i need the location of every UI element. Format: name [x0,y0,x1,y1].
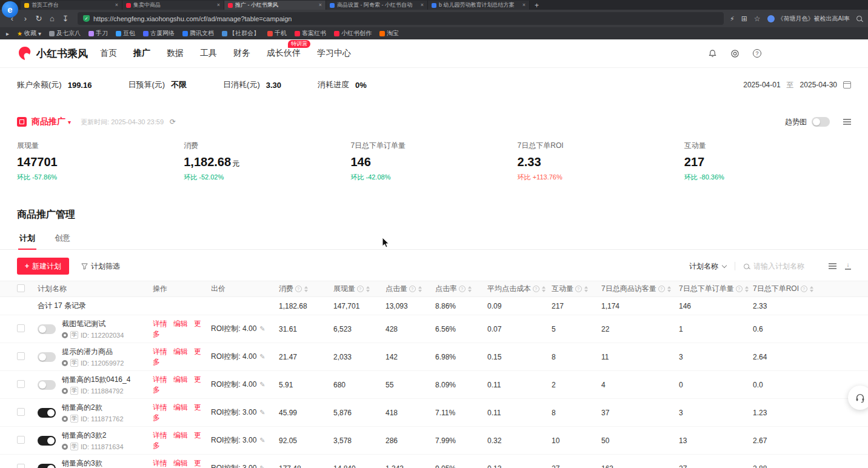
name-filter-select[interactable]: 计划名称 [689,261,726,272]
campaign-toggle[interactable] [38,436,56,446]
column-header-clicks[interactable]: 点击量 [386,284,435,294]
plan-search-input[interactable] [753,262,820,270]
nav-item-tools[interactable]: 工具 [200,48,217,59]
bookmark-item[interactable]: 千机 [267,29,287,38]
nav-item-promotion[interactable]: 推广 [133,48,150,59]
sort-icon[interactable] [542,286,546,292]
tab-close-icon[interactable] [319,2,322,8]
column-header-roi-7d[interactable]: 7日总下单ROI [753,284,851,294]
browser-search-icon[interactable] [856,16,862,21]
download-icon[interactable] [845,262,851,270]
sort-icon[interactable] [366,286,370,292]
detail-link[interactable]: 详情 [153,403,167,412]
row-checkbox[interactable] [17,464,25,468]
refresh-icon[interactable] [170,118,176,126]
bookmark-item[interactable]: 手刀 [88,29,108,38]
url-box[interactable]: https://chengfeng.xiaohongshu.com/cf/ad/… [78,12,724,25]
browser-tab[interactable]: b 幼儿园劳动教育计划总结方案 [428,1,530,10]
nav-item-partner[interactable]: 成长伙伴特训营 [267,48,301,59]
edit-bid-icon[interactable] [259,381,265,389]
browser-logo[interactable]: e [2,1,18,18]
downloads-icon[interactable] [59,13,72,25]
column-header-engagement[interactable]: 互动量 [552,284,601,294]
search-icon[interactable] [744,264,749,269]
caret-down-icon[interactable] [68,119,71,125]
column-header-visitors-7d[interactable]: 7日总商品访客量 [601,284,679,294]
customer-service-button[interactable] [848,386,868,410]
bookmark-folder[interactable]: 收藏 [17,29,41,38]
forward-icon[interactable] [19,13,32,25]
bell-icon[interactable] [708,49,717,58]
campaign-name[interactable]: 销量高的15款0416_4 [62,375,130,385]
edit-link[interactable]: 编辑 [173,431,188,440]
rewards-icon[interactable] [730,49,739,58]
edit-bid-icon[interactable] [259,409,265,416]
bookmark-item[interactable]: 古厦网络 [143,29,175,38]
row-checkbox[interactable] [17,352,25,360]
plan-filter-button[interactable]: 计划筛选 [81,261,120,272]
home-icon[interactable] [46,13,58,25]
tab-plan[interactable]: 计划 [18,229,36,249]
url-text[interactable]: https://chengfeng.xiaohongshu.com/cf/ad/… [93,15,292,22]
bookmark-item[interactable]: 豆包 [116,29,135,38]
sort-icon[interactable] [468,286,472,292]
browser-tab[interactable]: 商品设置 - 阿奇索 - 小红书自动 [326,1,428,10]
column-header-ctr[interactable]: 点击率 [435,284,487,294]
edit-bid-icon[interactable] [259,464,265,468]
sort-icon[interactable] [667,286,671,292]
browser-tab[interactable]: 推广 - 小红书乘风 [224,1,326,10]
date-start[interactable]: 2025-04-01 [743,81,780,89]
extension-bolt-icon[interactable] [730,15,735,23]
bookmark-item[interactable]: 【社群会】 [222,29,259,38]
select-all-checkbox[interactable] [17,284,25,292]
campaign-name[interactable]: 截图笔记测试 [62,319,124,329]
edit-bid-icon[interactable] [259,436,265,444]
new-tab-button[interactable]: + [535,1,539,10]
bookmark-star-icon[interactable] [754,15,761,23]
campaign-name[interactable]: 销量高的3款2 [62,430,124,441]
new-plan-button[interactable]: 新建计划 [17,258,69,275]
browser-tab[interactable]: 集卖中商品 [122,1,224,10]
ai-detect-note[interactable]: 《荷塘月色》被检出高AI率 [767,15,850,23]
tab-close-icon[interactable] [522,2,526,8]
reload-icon[interactable] [33,13,45,25]
tab-close-icon[interactable] [217,2,220,8]
row-checkbox[interactable] [17,324,25,332]
edit-link[interactable]: 编辑 [173,375,188,384]
nav-item-data[interactable]: 数据 [167,48,184,59]
row-checkbox[interactable] [17,408,25,416]
campaign-name[interactable]: 销量高的2款 [62,403,124,413]
detail-link[interactable]: 详情 [153,347,167,356]
column-header-cpc[interactable]: 平均点击成本 [487,284,552,294]
nav-item-home[interactable]: 首页 [100,48,117,59]
sort-icon[interactable] [810,286,813,292]
row-checkbox[interactable] [17,380,25,388]
campaign-toggle[interactable] [38,324,56,334]
campaign-toggle[interactable] [38,408,56,418]
tab-creative[interactable]: 创意 [53,229,72,249]
sort-icon[interactable] [418,286,422,292]
campaign-toggle[interactable] [38,380,56,390]
bookmark-item[interactable]: 客案红书 [295,29,326,38]
bookmarks-overflow-icon[interactable] [6,30,9,37]
bookmark-item[interactable]: 及七京八 [49,29,81,38]
nav-item-finance[interactable]: 财务 [233,48,250,59]
detail-link[interactable]: 详情 [153,375,167,384]
campaign-name[interactable]: 销量高的3款 [62,458,124,468]
trend-toggle[interactable] [812,117,830,127]
bookmark-item[interactable]: 淘宝 [379,29,399,38]
date-range-picker[interactable]: 2025-04-01 至 2025-04-30 [743,80,851,90]
nav-item-learning[interactable]: 学习中心 [317,48,351,59]
campaign-name[interactable]: 提示的潜力商品 [62,347,124,357]
edit-link[interactable]: 编辑 [173,403,188,412]
edit-bid-icon[interactable] [259,325,265,333]
edit-link[interactable]: 编辑 [173,347,188,356]
bookmark-item[interactable]: 腾讯文档 [182,29,214,38]
tab-close-icon[interactable] [421,2,424,8]
apps-grid-icon[interactable] [741,15,747,23]
calendar-icon[interactable] [843,81,851,89]
detail-link[interactable]: 详情 [153,459,167,467]
column-header-consume[interactable]: 消费 [279,284,333,294]
edit-bid-icon[interactable] [259,353,265,361]
campaign-toggle[interactable] [38,352,56,362]
